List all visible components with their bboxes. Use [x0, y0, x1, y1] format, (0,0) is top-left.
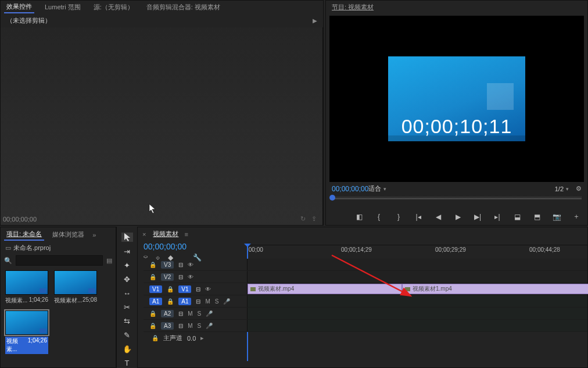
lift-icon[interactable]: ⬓	[513, 213, 521, 221]
pen-tool[interactable]: ✎	[121, 331, 133, 340]
solo-button[interactable]: S	[215, 298, 219, 305]
tab-project[interactable]: 项目: 未命名	[4, 228, 44, 241]
tab-audio-clip-mixer[interactable]: 音频剪辑混合器: 视频素材	[144, 2, 223, 13]
program-timecode[interactable]: 00;00;00;00	[332, 185, 368, 193]
step-back-icon[interactable]: ◀	[434, 213, 442, 221]
go-to-out-icon[interactable]: ▸|	[493, 213, 501, 221]
rate-stretch-tool[interactable]: ↔	[121, 288, 133, 298]
lock-icon[interactable]: 🔒	[152, 335, 159, 341]
type-tool[interactable]: T	[121, 359, 133, 368]
track-a3[interactable]: 🔒 A3 ⊟ M S 🎤	[144, 320, 587, 332]
sync-lock-icon[interactable]: ⊟	[178, 274, 183, 280]
program-tab[interactable]: 节目: 视频素材	[329, 2, 376, 13]
slip-tool[interactable]: ⇆	[121, 317, 133, 326]
ripple-edit-tool[interactable]: ✦	[121, 260, 133, 270]
razor-tool[interactable]: ✂	[121, 302, 133, 312]
resolution-select[interactable]: 1/2▾	[555, 185, 569, 192]
project-item[interactable]: 视频素...1;04;26	[5, 270, 48, 305]
list-view-icon[interactable]: ▤	[106, 257, 112, 265]
rolling-edit-tool[interactable]: ✥	[121, 274, 133, 284]
track-a2[interactable]: 🔒 A2 ⊟ M S 🎤	[144, 308, 587, 320]
track-v1[interactable]: V1 🔒 V1 ⊟ 👁 视频素材.mp4 视频素材1.mp4	[144, 283, 587, 295]
track-name[interactable]: V1	[178, 285, 191, 293]
v1-lane[interactable]: 视频素材.mp4 视频素材1.mp4	[247, 283, 587, 295]
search-input[interactable]	[16, 255, 103, 266]
go-to-in-icon[interactable]: |◂	[414, 213, 422, 221]
extract-icon[interactable]: ⬒	[533, 213, 541, 221]
lock-icon[interactable]: 🔒	[149, 262, 156, 268]
button-editor-icon[interactable]: ＋	[572, 212, 580, 221]
track-a1[interactable]: A1 🔒 A1 ⊟ M S 🎤	[144, 295, 587, 308]
settings-icon[interactable]: ⚙	[576, 185, 582, 192]
master-track[interactable]: 🔒 主声道 0.0 ▸	[144, 332, 587, 344]
close-seq-icon[interactable]: ×	[142, 231, 146, 238]
clip-2[interactable]: 视频素材1.mp4	[402, 284, 588, 294]
brace-out-icon[interactable]: }	[395, 213, 403, 221]
program-video-area[interactable]: 00;00;10;11	[329, 16, 584, 182]
tab-source-none[interactable]: 源:（无剪辑）	[91, 2, 136, 13]
voice-record-icon[interactable]: 🎤	[223, 298, 230, 305]
track-v3[interactable]: 🔒 V3 ⊟ 👁	[144, 259, 587, 271]
playhead-handle[interactable]	[329, 195, 335, 201]
time-ruler[interactable]: ;00;00 00;00;14;29 00;00;29;29 00;00;44;…	[247, 245, 587, 256]
project-breadcrumb: ▭未命名.prproj	[1, 242, 116, 254]
source-patch-v1[interactable]: V1	[149, 285, 162, 293]
chevron-right-icon[interactable]: ▸	[200, 334, 204, 342]
track-name[interactable]: A3	[161, 322, 174, 330]
brace-in-icon[interactable]: {	[375, 213, 383, 221]
track-select-tool[interactable]: ⇥	[121, 246, 133, 256]
fit-select[interactable]: 适合▾	[368, 184, 386, 193]
chevron-right-icon[interactable]: ▶	[313, 17, 317, 24]
step-fwd-icon[interactable]: ▶|	[474, 213, 482, 221]
selection-tool[interactable]	[121, 233, 133, 242]
mark-in-icon[interactable]: ◧	[355, 213, 363, 221]
sequence-tab[interactable]: 视频素材	[150, 228, 181, 240]
eye-icon[interactable]: 👁	[205, 286, 211, 292]
project-item[interactable]: 视频素...1;04;26	[5, 310, 48, 354]
lock-icon[interactable]: 🔒	[149, 323, 156, 329]
tab-media-browser[interactable]: 媒体浏览器	[50, 229, 87, 240]
loop-icon[interactable]: ↻	[300, 215, 306, 223]
sync-lock-icon[interactable]: ⊟	[178, 262, 183, 268]
export-frame-icon[interactable]: 📷	[553, 213, 561, 221]
mute-button[interactable]: M	[188, 323, 192, 329]
tab-lumetri-scopes[interactable]: Lumetri 范围	[42, 2, 83, 13]
sync-lock-icon[interactable]: ⊟	[196, 298, 200, 305]
clip-icon	[405, 287, 410, 291]
tab-menu-icon[interactable]: ≡	[184, 231, 188, 238]
mute-button[interactable]: M	[205, 298, 210, 305]
sync-lock-icon[interactable]: ⊟	[196, 286, 200, 292]
tab-effect-controls[interactable]: 效果控件	[4, 1, 34, 13]
project-item[interactable]: 视频素材...25;08	[54, 270, 97, 305]
sync-lock-icon[interactable]: ⊟	[178, 310, 183, 317]
lock-icon[interactable]: 🔒	[149, 310, 156, 317]
lock-icon[interactable]: 🔒	[149, 274, 156, 280]
hand-tool[interactable]: ✋	[121, 345, 133, 354]
sync-lock-icon[interactable]: ⊟	[178, 323, 183, 329]
track-name[interactable]: A1	[178, 298, 191, 305]
track-v2[interactable]: 🔒 V2 ⊟ 👁	[144, 271, 587, 283]
lock-icon[interactable]: 🔒	[167, 298, 174, 305]
export-icon[interactable]: ⇪	[311, 215, 317, 223]
panel-overflow-icon[interactable]	[92, 231, 96, 238]
timeline-tabs: × 视频素材 ≡	[138, 227, 587, 241]
source-patch-a1[interactable]: A1	[149, 298, 162, 305]
bin-icon: ▭	[5, 244, 11, 251]
program-scrubber[interactable]	[332, 196, 582, 207]
eye-icon[interactable]: 👁	[188, 262, 193, 268]
item-name: 视频素...	[5, 296, 27, 305]
solo-button[interactable]: S	[198, 323, 202, 329]
eye-icon[interactable]: 👁	[188, 274, 193, 280]
play-icon[interactable]: ▶	[454, 213, 462, 221]
project-panel: 项目: 未命名 媒体浏览器 ▭未命名.prproj 🔍 ▤ 视频素...1;04…	[0, 227, 116, 368]
track-name[interactable]: V2	[161, 273, 174, 281]
lock-icon[interactable]: 🔒	[167, 286, 174, 292]
search-icon[interactable]: 🔍	[4, 257, 12, 265]
mute-button[interactable]: M	[188, 310, 192, 317]
voice-record-icon[interactable]: 🎤	[206, 310, 213, 317]
clip-1[interactable]: 视频素材.mp4	[248, 284, 402, 294]
track-name[interactable]: A2	[161, 310, 174, 317]
solo-button[interactable]: S	[198, 310, 202, 317]
track-name[interactable]: V3	[161, 261, 174, 269]
voice-record-icon[interactable]: 🎤	[206, 323, 213, 329]
